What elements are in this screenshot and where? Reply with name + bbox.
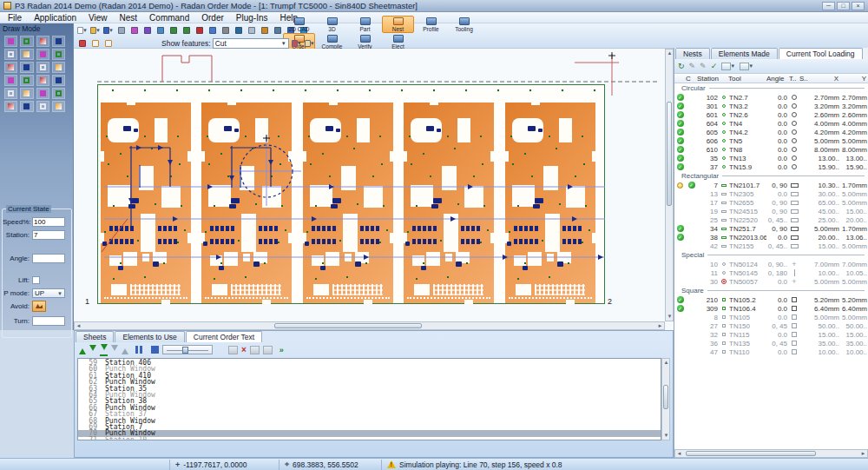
order-line[interactable]: 66Punch Window: [78, 405, 661, 411]
tab-nests[interactable]: Nests: [675, 48, 710, 59]
tool-row[interactable]: ✓301TN3.20.03.20mm3.20mm: [674, 102, 868, 110]
mode-compile-button[interactable]: Compile: [316, 33, 348, 50]
lift-checkbox[interactable]: [32, 276, 40, 284]
scroll-right-icon[interactable]: ►: [656, 322, 664, 330]
nested-part[interactable]: [404, 103, 494, 303]
save-icon[interactable]: ▼: [102, 24, 115, 36]
tool-row[interactable]: ✓309TN106.40.06.40mm6.40mm: [674, 304, 868, 313]
menu-nest[interactable]: Nest: [114, 12, 144, 23]
order-line[interactable]: 64Punch Window: [78, 392, 661, 398]
filter-icon[interactable]: [220, 24, 232, 36]
delete-icon[interactable]: [76, 37, 89, 49]
menu-order[interactable]: Order: [195, 12, 230, 23]
pencil-icon[interactable]: [128, 24, 141, 36]
mode-eject-button[interactable]: Eject: [382, 33, 414, 50]
column-header-station[interactable]: Station: [697, 75, 728, 83]
cross-move-tool-icon[interactable]: [36, 49, 49, 60]
column-header-tool[interactable]: Tool: [728, 75, 766, 83]
tool-row[interactable]: 30TN500570.0+5.00mm5.00mm: [674, 277, 868, 286]
canvas-horizontal-scrollbar[interactable]: ◄ ►: [74, 321, 665, 330]
grid-tool-icon[interactable]: [52, 101, 65, 112]
brush-icon[interactable]: ✎: [689, 62, 696, 70]
column-header-t[interactable]: T..: [789, 75, 799, 83]
mode-tooling-button[interactable]: Tooling: [448, 16, 480, 33]
menu-plug-ins[interactable]: Plug-Ins: [230, 12, 274, 23]
pattern-tool-icon[interactable]: [20, 49, 33, 60]
tool-row[interactable]: ✓102TN2.70.02.70mm2.70mm: [674, 93, 868, 102]
avoid-button[interactable]: [32, 301, 46, 312]
scrollbar-thumb[interactable]: [667, 102, 672, 206]
order-line[interactable]: 70Punch Window: [78, 430, 661, 436]
tree-tool-icon[interactable]: [20, 88, 33, 99]
column-header-c[interactable]: C: [686, 75, 697, 83]
close-button[interactable]: ×: [852, 2, 865, 10]
scroll-up-icon[interactable]: ▲: [662, 359, 670, 367]
tool-row[interactable]: ✓606TN50.05.00mm5.00mm: [674, 136, 868, 145]
speed-input[interactable]: [32, 217, 65, 227]
edit-order-icon[interactable]: [228, 346, 238, 354]
tool-row[interactable]: 11TN501450, 18010.00..10.05..: [674, 268, 868, 277]
tool-row[interactable]: ✓34TN251.70, 905.00mm1.70mm: [674, 224, 868, 233]
move-icon[interactable]: [194, 24, 206, 36]
layer-icon[interactable]: ▼: [304, 37, 316, 49]
scrollbar-thumb[interactable]: [686, 451, 816, 456]
column-header-angle[interactable]: Angle: [766, 75, 789, 83]
step-down-icon[interactable]: [89, 345, 96, 354]
point-tool-icon[interactable]: [36, 36, 49, 47]
fill-tool-icon[interactable]: [52, 36, 65, 47]
view-tool-icon[interactable]: [36, 75, 49, 86]
order-line[interactable]: 62Punch Window: [78, 379, 661, 385]
scroll-left-icon[interactable]: ◄: [675, 450, 683, 458]
order-line[interactable]: 69Station 7: [78, 424, 661, 430]
station-input[interactable]: [32, 230, 65, 240]
circle-pattern-tool-icon[interactable]: [36, 62, 49, 73]
angle-input[interactable]: [32, 254, 65, 263]
scroll-down-icon[interactable]: ▼: [666, 313, 674, 321]
array-tool-icon[interactable]: [4, 49, 17, 60]
tool-row[interactable]: 47TN1100.010.00..10.00..: [674, 348, 868, 356]
column-header-s[interactable]: S..: [799, 75, 810, 83]
window-tool-icon[interactable]: [52, 88, 65, 99]
mode-nest-button[interactable]: Nest: [382, 16, 414, 33]
mode-verify-button[interactable]: Verify: [349, 33, 381, 50]
tool-row[interactable]: ✓38TN22013.060.020.00..13.06..: [674, 233, 868, 242]
scrollbar-thumb[interactable]: [274, 323, 422, 328]
erase-tool-icon[interactable]: [20, 62, 33, 73]
run-to-end-icon[interactable]: [100, 344, 108, 356]
tool-table-scrollbar[interactable]: ◄ ►: [674, 449, 868, 458]
menu-file[interactable]: File: [2, 12, 28, 23]
maximize-button[interactable]: □: [837, 2, 850, 10]
rotate-tool-icon[interactable]: [52, 62, 65, 73]
nested-part[interactable]: [303, 103, 393, 303]
tool-row[interactable]: ✓7TN2101.70, 9010.30..1.70mm: [674, 181, 868, 189]
column-header-x[interactable]: X: [810, 75, 841, 83]
rect-tool-icon[interactable]: [20, 36, 33, 47]
canvas-vertical-scrollbar[interactable]: ▲ ▼: [665, 49, 674, 321]
sheet-tool-icon[interactable]: [4, 101, 17, 112]
minimize-button[interactable]: ─: [822, 2, 835, 10]
lock-icon[interactable]: [250, 346, 260, 354]
nested-part[interactable]: [201, 103, 292, 303]
nested-part[interactable]: [101, 103, 191, 303]
scroll-left-icon[interactable]: ◄: [75, 322, 82, 330]
tool-row[interactable]: 13TN23050.030.00..5.00mm: [674, 189, 868, 198]
tool-row[interactable]: 36TN1350, 4535.00..35.00..: [674, 339, 868, 348]
stop-icon[interactable]: [151, 346, 159, 354]
order-line[interactable]: 63Station 35: [78, 386, 661, 392]
copy-icon[interactable]: [155, 24, 167, 36]
redo-icon[interactable]: [181, 24, 193, 36]
grid-icon[interactable]: [246, 24, 258, 36]
mode-profile-button[interactable]: Profile: [415, 16, 447, 33]
brush-dropdown-icon[interactable]: ✎: [700, 62, 707, 70]
delete-order-icon[interactable]: ×: [241, 346, 247, 354]
more-commands-icon[interactable]: »: [279, 346, 284, 354]
tool-row[interactable]: ✓601TN2.60.02.60mm2.60mm: [674, 110, 868, 119]
order-list-scrollbar[interactable]: ▲ ▼: [661, 358, 670, 440]
nested-part[interactable]: [505, 103, 595, 303]
tool-row[interactable]: 10TN501240, 90..+7.00mm7.00mm: [674, 260, 868, 268]
scroll-up-icon[interactable]: ▲: [666, 50, 674, 57]
refresh-icon[interactable]: ↻: [678, 62, 685, 70]
menu-view[interactable]: View: [82, 12, 114, 23]
show-features-dropdown[interactable]: Cut ▼: [213, 38, 289, 49]
order-line[interactable]: 68Punch Window: [78, 418, 661, 424]
